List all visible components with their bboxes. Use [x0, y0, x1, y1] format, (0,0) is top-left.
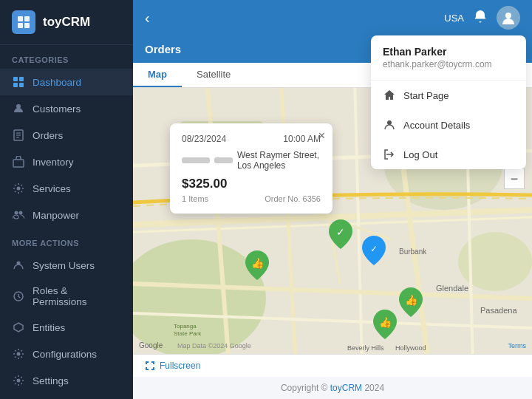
- account-icon: [383, 118, 396, 132]
- dropdown-account-details[interactable]: Account Details: [371, 110, 526, 140]
- svg-point-14: [17, 187, 21, 191]
- svg-rect-0: [18, 16, 23, 21]
- svg-rect-1: [24, 16, 30, 21]
- sidebar-item-system-users-label: System Users: [33, 260, 95, 271]
- tab-satellite[interactable]: Satellite: [182, 63, 245, 87]
- customers-icon: [12, 102, 25, 115]
- categories-label: Categories: [0, 45, 133, 69]
- footer-text-after: 2024: [362, 383, 384, 393]
- svg-point-22: [505, 13, 511, 18]
- footer-link[interactable]: toyCRM: [330, 383, 362, 393]
- sidebar-item-system-users[interactable]: System Users: [0, 252, 133, 279]
- roles-icon: [12, 290, 25, 303]
- sidebar-item-configurations[interactable]: Configurations: [0, 341, 133, 367]
- more-actions-label: More Actions: [0, 228, 133, 252]
- user-avatar[interactable]: [497, 6, 520, 30]
- popup-time: 10:00 AM: [283, 134, 321, 146]
- sidebar-item-configurations-label: Configurations: [33, 349, 97, 360]
- svg-text:Glendale: Glendale: [436, 284, 468, 293]
- home-icon: [383, 89, 396, 102]
- footer-text-before: Copyright ©: [281, 383, 330, 393]
- manpower-icon: [12, 208, 25, 222]
- sidebar-item-settings-label: Settings: [33, 375, 69, 386]
- entities-icon: [12, 321, 25, 334]
- system-users-icon: [12, 259, 25, 272]
- svg-point-20: [17, 352, 21, 356]
- sidebar-item-orders-label: Orders: [33, 130, 63, 141]
- svg-point-15: [15, 211, 18, 215]
- sidebar-item-services[interactable]: Services: [0, 175, 133, 202]
- app-logo: [12, 10, 35, 34]
- sidebar-item-entities-label: Entities: [33, 322, 65, 333]
- user-dropdown: Ethan Parker ethank.parker@toycrm.com St…: [371, 35, 526, 169]
- svg-rect-13: [13, 160, 24, 167]
- sidebar-item-inventory[interactable]: Inventory: [0, 149, 133, 175]
- svg-text:State Park: State Park: [174, 330, 202, 337]
- footer: Copyright © toyCRM 2024: [133, 377, 532, 399]
- popup-close-button[interactable]: ×: [318, 129, 325, 143]
- sidebar-header: toyCRM: [0, 0, 133, 45]
- tab-map[interactable]: Map: [133, 63, 182, 87]
- map-marker-4[interactable]: 👍: [373, 310, 397, 342]
- sidebar-item-roles-label: Roles & Permissions: [33, 285, 121, 307]
- dropdown-user-name: Ethan Parker: [383, 46, 514, 58]
- sidebar-item-settings[interactable]: Settings: [0, 367, 133, 394]
- sidebar-item-roles-permissions[interactable]: Roles & Permissions: [0, 279, 133, 314]
- services-icon: [12, 182, 25, 195]
- dropdown-account-label: Account Details: [403, 120, 470, 131]
- dropdown-start-page-label: Start Page: [403, 90, 449, 101]
- sidebar: toyCRM Categories Dashboard Customers Or…: [0, 0, 133, 399]
- svg-text:Topanga: Topanga: [174, 323, 197, 330]
- back-button[interactable]: ‹: [145, 10, 150, 27]
- svg-rect-3: [24, 23, 30, 28]
- svg-text:👍: 👍: [251, 257, 265, 270]
- popup-order-no: Order No. 6356: [265, 194, 321, 203]
- svg-text:Pasadena: Pasadena: [480, 306, 517, 315]
- settings-icon: [12, 374, 25, 387]
- map-marker-1[interactable]: 👍: [245, 250, 269, 283]
- sidebar-item-orders[interactable]: Orders: [0, 122, 133, 149]
- svg-text:Beverly Hills: Beverly Hills: [347, 344, 384, 352]
- popup-address-bar2: [214, 157, 233, 163]
- svg-rect-4: [13, 77, 18, 81]
- map-marker-checked[interactable]: ✓: [362, 236, 386, 268]
- svg-rect-5: [19, 77, 24, 81]
- dropdown-header: Ethan Parker ethank.parker@toycrm.com: [371, 35, 526, 81]
- dropdown-logout-label: Log Out: [403, 149, 437, 160]
- svg-text:👍: 👍: [405, 294, 418, 307]
- svg-text:Hollywood: Hollywood: [395, 344, 426, 352]
- svg-rect-2: [18, 23, 23, 28]
- svg-point-21: [17, 379, 21, 383]
- region-label: USA: [444, 13, 464, 24]
- svg-text:✓: ✓: [336, 226, 345, 238]
- svg-text:Burbank: Burbank: [399, 248, 427, 256]
- orders-title: Orders: [145, 43, 181, 55]
- sidebar-item-dashboard[interactable]: Dashboard: [0, 69, 133, 95]
- svg-text:👍: 👍: [379, 316, 392, 329]
- configurations-icon: [12, 347, 25, 361]
- popup-address: West Raymer Street, Los Angeles: [237, 150, 321, 171]
- svg-text:✓: ✓: [370, 244, 378, 254]
- sidebar-item-customers[interactable]: Customers: [0, 95, 133, 122]
- inventory-icon: [12, 155, 25, 168]
- dropdown-start-page[interactable]: Start Page: [371, 81, 526, 110]
- svg-rect-7: [19, 83, 24, 87]
- dropdown-log-out[interactable]: Log Out: [371, 140, 526, 169]
- logout-icon: [383, 148, 396, 161]
- zoom-out-button[interactable]: −: [504, 168, 525, 189]
- sidebar-item-customers-label: Customers: [33, 103, 81, 115]
- sidebar-item-entities[interactable]: Entities: [0, 314, 133, 341]
- sidebar-item-manpower[interactable]: Manpower: [0, 202, 133, 228]
- map-marker-2[interactable]: ✓: [329, 219, 352, 252]
- popup-date: 08/23/2024: [182, 134, 226, 144]
- map-marker-3[interactable]: 👍: [399, 287, 423, 320]
- orders-icon: [12, 129, 25, 142]
- fullscreen-button[interactable]: Fullscreen: [133, 354, 532, 377]
- notifications-bell-icon[interactable]: [473, 9, 488, 27]
- popup-address-bar: [182, 157, 210, 163]
- svg-rect-6: [13, 83, 18, 87]
- google-logo: Google: [139, 341, 163, 349]
- map-terms[interactable]: Terms: [508, 342, 527, 349]
- dashboard-icon: [12, 75, 25, 89]
- topbar: ‹ USA: [133, 0, 532, 35]
